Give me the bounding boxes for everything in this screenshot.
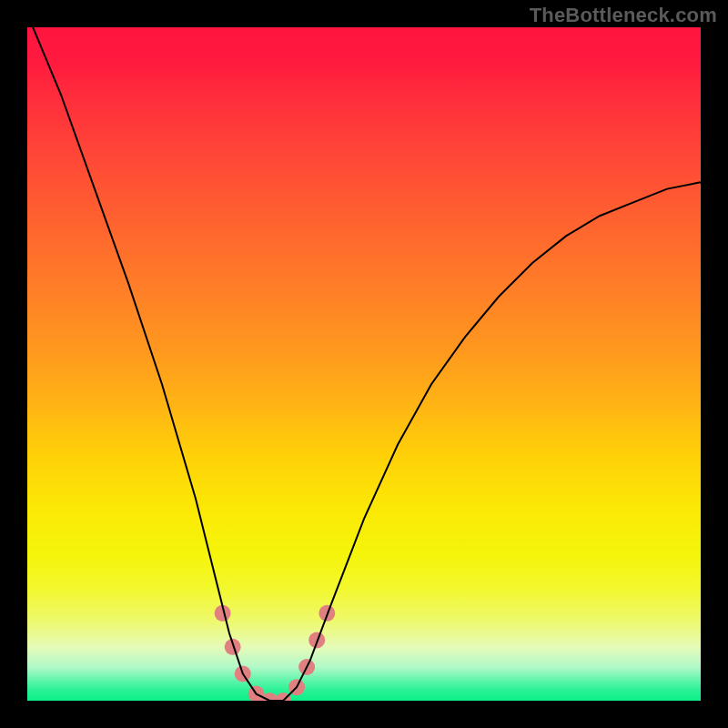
plot-area — [27, 27, 701, 701]
chart-frame: TheBottleneck.com — [0, 0, 728, 728]
watermark-text: TheBottleneck.com — [530, 4, 717, 27]
heat-gradient-background — [27, 27, 701, 701]
